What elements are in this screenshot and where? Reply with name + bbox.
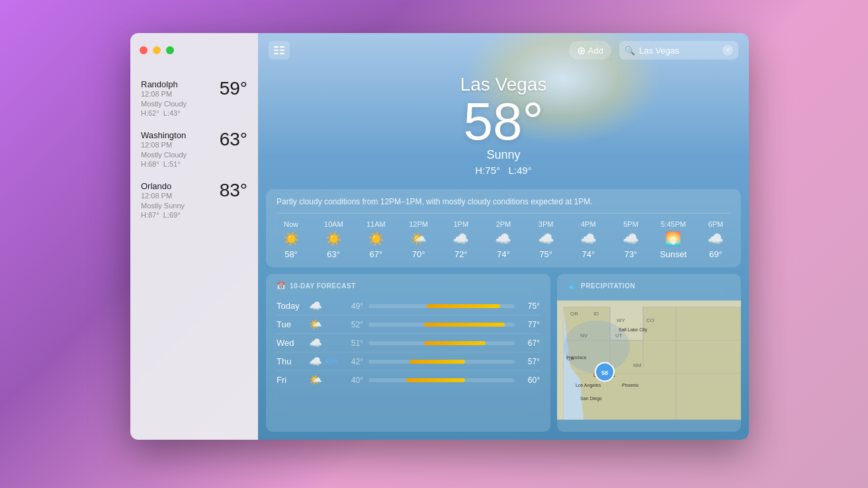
weather-app-window: Randolph 12:08 PM Mostly Cloudy H:62° L:… — [130, 33, 749, 440]
hour-item: 5PM ☁️ 73° — [617, 220, 646, 259]
sidebar: Randolph 12:08 PM Mostly Cloudy H:62° L:… — [130, 33, 258, 440]
sidebar-toggle-button[interactable] — [269, 41, 290, 60]
minimize-button[interactable] — [153, 46, 161, 54]
svg-text:Salt Lake City: Salt Lake City — [619, 327, 648, 333]
svg-rect-5 — [280, 53, 284, 54]
search-icon: 🔍 — [625, 46, 635, 56]
forecast-panel: 📅 10-DAY FORECAST Today ☁️ 49° 75° Tue 🌤… — [266, 274, 550, 432]
location-item-washington[interactable]: Washington 12:08 PM Mostly Cloudy H:68° … — [130, 124, 258, 175]
svg-text:WY: WY — [617, 317, 626, 323]
bottom-panels: 📅 10-DAY FORECAST Today ☁️ 49° 75° Tue 🌤… — [266, 274, 741, 432]
hour-item: 10AM ☀️ 63° — [319, 220, 348, 259]
svg-text:UT: UT — [615, 333, 623, 339]
forecast-row: Wed ☁️ 51° 67° — [277, 334, 540, 352]
forecast-row: Tue 🌤️ 52° 77° — [277, 315, 540, 334]
maximize-button[interactable] — [166, 46, 174, 54]
forecast-rows: Today ☁️ 49° 75° Tue 🌤️ 52° 77° Wed ☁️ 5… — [277, 297, 540, 389]
weather-icon: ☁️ — [495, 231, 511, 247]
current-weather: Las Vegas 58° Sunny H:75° L:49° — [258, 67, 749, 189]
hour-item: 3PM ☁️ 75° — [531, 220, 560, 259]
forecast-weather-icon: ☁️ — [306, 300, 325, 312]
svg-text:OR: OR — [570, 311, 578, 317]
top-bar: ⊕ Add 🔍 × — [258, 33, 749, 67]
weather-icon: ☁️ — [538, 231, 554, 247]
forecast-row: Today ☁️ 49° 75° — [277, 297, 540, 315]
forecast-weather-icon: ☁️ — [306, 355, 325, 368]
precip-icon: 💧 — [568, 282, 577, 290]
weather-icon: ☀️ — [368, 231, 384, 247]
svg-text:Phoenix: Phoenix — [622, 383, 639, 387]
weather-icon: ☁️ — [623, 231, 639, 247]
hour-item: Now ☀️ 58° — [277, 220, 306, 259]
svg-text:58: 58 — [601, 370, 608, 376]
randolph-hilow: H:62° L:43° — [141, 109, 187, 117]
washington-hilow: H:68° L:51° — [141, 160, 187, 168]
hour-item: 11AM ☀️ 67° — [361, 220, 390, 259]
conditions-text: Partly cloudy conditions from 12PM–1PM, … — [277, 197, 730, 214]
svg-text:San Diego: San Diego — [580, 396, 602, 401]
precip-title: PRECIPITATION — [581, 282, 635, 290]
current-condition: Sunny — [258, 148, 749, 162]
weather-icon: ☀️ — [326, 231, 342, 247]
hour-item: 6PM ☁️ 69° — [701, 220, 730, 259]
weather-icon: ☁️ — [580, 231, 597, 247]
calendar-icon: 📅 — [277, 282, 286, 290]
svg-rect-2 — [274, 53, 279, 54]
hi-low: H:75° L:49° — [258, 165, 749, 176]
forecast-row: Fri 🌤️ 40° 60° — [277, 371, 540, 389]
location-item-orlando[interactable]: Orlando 12:08 PM Mostly Sunny H:87° L:69… — [130, 175, 258, 225]
svg-text:NM: NM — [633, 362, 642, 368]
search-input[interactable] — [639, 46, 718, 56]
forecast-title: 10-DAY FORECAST — [290, 282, 356, 290]
main-weather-panel: ⊕ Add 🔍 × Las Vegas 58° Sunny H:75° L:49… — [258, 33, 749, 440]
close-button[interactable] — [140, 46, 148, 54]
forecast-weather-icon: 🌤️ — [306, 318, 325, 331]
forecast-weather-icon: 🌤️ — [306, 374, 325, 386]
weather-icon: ☁️ — [453, 231, 469, 247]
weather-icon: ☁️ — [707, 231, 724, 247]
location-list: Randolph 12:08 PM Mostly Cloudy H:62° L:… — [130, 67, 258, 231]
forecast-weather-icon: ☁️ — [306, 337, 325, 349]
svg-rect-4 — [280, 50, 284, 51]
map-container[interactable]: OR ID WY CO NV UT CA AZ NM Salt Lake Cit… — [557, 296, 741, 425]
svg-text:ID: ID — [593, 311, 599, 317]
svg-text:CO: CO — [646, 317, 654, 323]
hour-item: 2PM ☁️ 74° — [489, 220, 518, 259]
weather-icon: ☀️ — [283, 231, 300, 247]
clear-search-button[interactable]: × — [722, 45, 733, 56]
hour-item: 12PM 🌤️ 70° — [404, 220, 433, 259]
precip-header: 💧 PRECIPITATION — [557, 274, 741, 296]
svg-text:Francisco: Francisco — [566, 355, 586, 360]
weather-icon: 🌅 — [665, 231, 681, 247]
svg-text:Los Angeles: Los Angeles — [576, 383, 601, 388]
location-item-randolph[interactable]: Randolph 12:08 PM Mostly Cloudy H:62° L:… — [130, 73, 258, 124]
hourly-row: Now ☀️ 58° 10AM ☀️ 63° 11AM ☀️ 67° 12PM … — [277, 220, 730, 259]
hour-item: 5:45PM 🌅 Sunset — [659, 220, 688, 259]
forecast-row: Thu ☁️ 40% 42° 57° — [277, 352, 540, 371]
current-temperature: 58° — [258, 95, 749, 148]
forecast-panel-header: 📅 10-DAY FORECAST — [277, 282, 540, 290]
add-location-button[interactable]: ⊕ Add — [569, 41, 611, 60]
precipitation-map: OR ID WY CO NV UT CA AZ NM Salt Lake Cit… — [557, 296, 741, 425]
titlebar — [130, 33, 258, 67]
hourly-forecast-section: Partly cloudy conditions from 12PM–1PM, … — [266, 189, 741, 267]
plus-icon: ⊕ — [577, 44, 586, 57]
svg-rect-1 — [274, 50, 279, 51]
orlando-hilow: H:87° L:69° — [141, 211, 185, 219]
svg-rect-3 — [280, 46, 284, 48]
precipitation-panel: 💧 PRECIPITATION — [557, 274, 741, 432]
svg-rect-0 — [274, 46, 279, 48]
hour-item: 1PM ☁️ 72° — [447, 220, 476, 259]
svg-text:NV: NV — [580, 333, 588, 339]
weather-icon: 🌤️ — [410, 231, 427, 247]
search-box[interactable]: 🔍 × — [619, 41, 738, 60]
hour-item: 4PM ☁️ 74° — [574, 220, 603, 259]
